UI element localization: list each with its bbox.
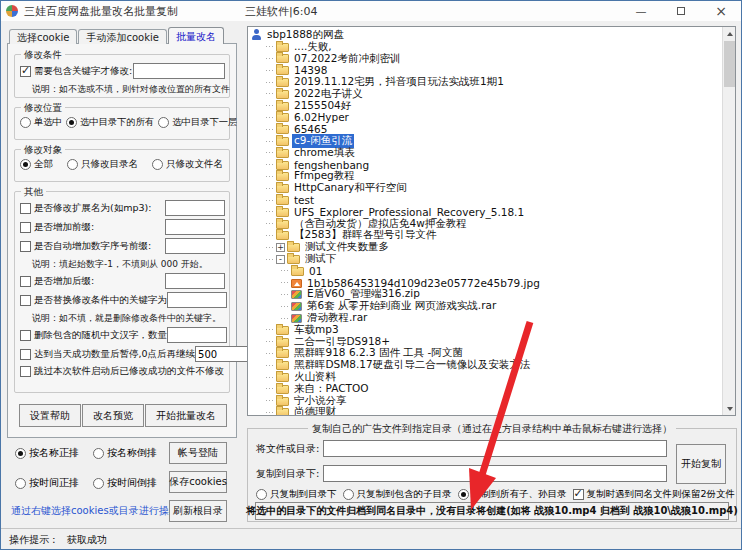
radio-icon: [158, 117, 169, 128]
tree-connector: [266, 117, 275, 118]
other-checkbox[interactable]: 达到当天成功数量后暂停,0点后再继续: [20, 348, 195, 361]
minimize-button[interactable]: —: [621, 1, 661, 21]
rename-preview-button[interactable]: 改名预览: [82, 404, 144, 427]
netdisk-tree[interactable]: sbp1888的网盘....失败,07.2022考前冲刺密训143982019.…: [247, 26, 736, 416]
other-checkbox[interactable]: 是否增加后缀:: [20, 275, 94, 288]
tab-2[interactable]: 手动添加cookie: [78, 29, 166, 44]
sort-option[interactable]: 按名称倒排: [93, 446, 157, 460]
tree-item[interactable]: -测试下: [251, 253, 735, 265]
tree-connector: [266, 259, 275, 260]
tree-item[interactable]: 尚德理财: [251, 407, 735, 417]
other-checkbox[interactable]: 跳过本次软件启动后已修改成功的文件不修改: [20, 365, 224, 378]
archive-to-folder-button[interactable]: 将选中的目录下的文件归档到同名目录中，没有目录将创建(如将 战狼10.mp4 归…: [255, 502, 729, 520]
other-input[interactable]: [167, 292, 227, 308]
other-checkbox[interactable]: 删除包含的随机中文汉字，数量: [20, 329, 167, 342]
tree-connector: [266, 353, 275, 354]
save-cookies-button[interactable]: 保存cookies: [169, 471, 227, 493]
copy-scope-option[interactable]: 只复制到目录下: [256, 488, 337, 501]
folder-icon: [276, 90, 289, 99]
other-option-row: 是否增加前缀:: [20, 219, 225, 235]
other-input[interactable]: [167, 327, 227, 343]
other-checkbox[interactable]: 是否增加前缀:: [20, 221, 94, 234]
other-note: 说明：如不填，就是删除修改条件中的关键字。: [20, 311, 225, 327]
tree-item[interactable]: 6.02Hyper: [251, 112, 735, 124]
position-option[interactable]: 选中目录下一层: [158, 116, 237, 129]
app-window: 三娃百度网盘批量改名批量复制 三娃软件|6:04 — × 选择cookie手动添…: [0, 0, 742, 550]
radio-icon: [93, 448, 104, 459]
position-option-label: 选中目录下一层: [172, 116, 237, 129]
group-condition-title: 修改条件: [21, 49, 65, 60]
radio-icon: [66, 117, 77, 128]
other-input[interactable]: [165, 219, 225, 235]
dest-path-input[interactable]: [323, 465, 667, 482]
source-path-input[interactable]: [323, 440, 667, 457]
folder-icon: [276, 54, 289, 63]
archive-icon: [291, 290, 302, 299]
maximize-button[interactable]: [661, 1, 701, 21]
tree-scrollbar[interactable]: [722, 27, 735, 415]
target-option[interactable]: 全部: [20, 158, 53, 171]
start-copy-button[interactable]: 开始复制: [676, 444, 726, 484]
folder-icon: [276, 231, 289, 240]
tree-connector: [266, 341, 275, 342]
tree-item-label: test: [292, 194, 316, 206]
app-icon: [6, 5, 18, 17]
sort-option[interactable]: 按时间倒排: [93, 476, 157, 490]
tree-connector: [266, 377, 275, 378]
copy-scope-option[interactable]: 复制到所有子、孙目录: [458, 488, 567, 501]
position-option[interactable]: 单选中: [20, 116, 62, 129]
keyword-required-checkbox[interactable]: 需要包含关键字才修改:: [20, 65, 132, 78]
keep-duplicate-checkbox[interactable]: 复制时遇到同名文件则保留2份文件: [573, 488, 736, 501]
sort-option[interactable]: 按名称正排: [15, 446, 79, 460]
target-option[interactable]: 只修改文件名: [152, 158, 223, 171]
window-controls: — ×: [621, 1, 741, 21]
folder-icon: [276, 102, 289, 111]
tree-connector: [266, 329, 275, 330]
tree-toggle-expand[interactable]: +: [276, 243, 285, 252]
sort-option-label: 按时间倒排: [107, 476, 157, 490]
account-login-button[interactable]: 帐号登陆: [169, 442, 227, 464]
scroll-down-button[interactable]: [723, 402, 736, 415]
other-checkbox[interactable]: 是否自动增加数字序号前缀:: [20, 240, 151, 253]
tree-item[interactable]: 01: [251, 265, 735, 277]
scrollbar-thumb[interactable]: [724, 41, 735, 87]
position-option-label: 单选中: [34, 116, 62, 129]
position-option[interactable]: 选中目录下的所有: [66, 116, 154, 129]
copy-scope-option[interactable]: 只复制到包含的子目录: [343, 488, 452, 501]
tree-toggle-collapse[interactable]: -: [276, 255, 285, 264]
tree-item[interactable]: 2155504好: [251, 100, 735, 112]
group-condition: 修改条件 需要包含关键字才修改: 说明：如不选或不填，则针对修改位置的所有文件: [14, 54, 230, 98]
target-option[interactable]: 只修改目录名: [67, 158, 138, 171]
sort-option[interactable]: 按时间正排: [15, 476, 79, 490]
start-batch-rename-button[interactable]: 开始批量改名: [145, 404, 227, 427]
tree-item[interactable]: test: [251, 194, 735, 206]
tree-item[interactable]: HttpCanary和平行空间: [251, 182, 735, 194]
radio-icon: [15, 478, 26, 489]
tree-connector: [266, 70, 275, 71]
position-option-label: 选中目录下的所有: [80, 116, 154, 129]
other-input[interactable]: [165, 273, 225, 289]
tab-1[interactable]: 选择cookie: [9, 29, 77, 44]
tree-item-label: 6.02Hyper: [292, 111, 351, 123]
position-radio-row: 单选中选中目录下的所有选中目录下一层: [20, 116, 225, 129]
other-checkbox[interactable]: 是否修改扩展名为(如mp3):: [20, 202, 151, 215]
keyword-input[interactable]: [133, 63, 225, 79]
other-input[interactable]: [165, 200, 225, 216]
tab-3[interactable]: 批量改名: [168, 27, 224, 44]
close-button[interactable]: ×: [701, 1, 741, 21]
tree-item[interactable]: 07.2022考前冲刺密训: [251, 53, 735, 65]
group-other-title: 其他: [21, 186, 46, 197]
checkbox-icon: [20, 349, 31, 360]
scroll-up-button[interactable]: [723, 27, 736, 40]
settings-help-button[interactable]: 设置帮助: [19, 404, 81, 427]
refresh-root-button[interactable]: 刷新根目录: [169, 500, 227, 522]
other-option-row: 是否自动增加数字序号前缀:: [20, 238, 225, 254]
right-click-hint-link[interactable]: 通过右键选择cookies或目录进行操作: [11, 504, 179, 518]
rename-tab-page: 修改条件 需要包含关键字才修改: 说明：如不选或不填，则针对修改位置的所有文件 …: [7, 43, 237, 438]
other-input[interactable]: [165, 238, 225, 254]
tree-connector: [266, 46, 275, 47]
status-value: 获取成功: [67, 533, 107, 547]
tree-item[interactable]: chrome填表: [251, 147, 735, 159]
other-checkbox[interactable]: 是否替换修改条件中的关键字为: [20, 294, 167, 307]
user-icon: [251, 29, 262, 40]
